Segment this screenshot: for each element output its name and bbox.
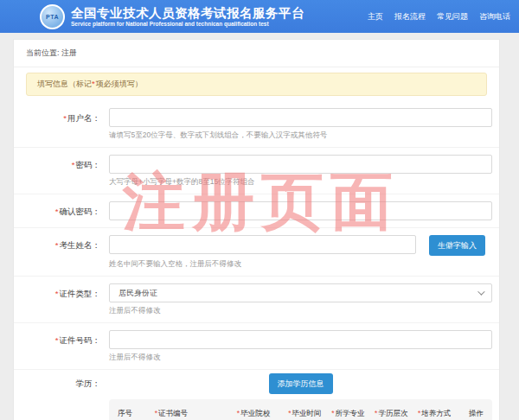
confirm-password-label-text: 确认密码： <box>60 207 101 216</box>
col-major: *所学专业 <box>331 409 375 419</box>
add-education-button[interactable]: 添加学历信息 <box>269 373 333 394</box>
id-type-label-text: 证件类型： <box>60 289 101 298</box>
page: PTA 全国专业技术人员资格考试报名服务平台 Service platform … <box>0 0 519 420</box>
id-type-label: *证件类型： <box>14 283 100 315</box>
col-operation-text: 操作 <box>469 409 484 417</box>
form-row-education: 学历： 添加学历信息 <box>14 370 499 399</box>
id-number-label-text: 证件号码： <box>60 335 101 345</box>
required-star: * <box>288 409 291 417</box>
notice-text-pre: 填写信息（标记 <box>37 80 92 88</box>
id-number-hint: 注册后不得修改 <box>109 353 492 362</box>
username-hint: 请填写5至20位字母、数字或下划线组合，不要输入汉字或其他符号 <box>109 130 492 140</box>
required-star: * <box>55 335 59 345</box>
chevron-down-icon <box>477 288 484 295</box>
header-bar: PTA 全国专业技术人员资格考试报名服务平台 Service platform … <box>0 0 519 33</box>
pta-logo-icon: PTA <box>40 4 65 29</box>
col-graduation-time-text: 毕业时间 <box>292 409 322 417</box>
nav-home[interactable]: 主页 <box>368 11 383 22</box>
candidate-name-label: *考生姓名： <box>14 235 100 269</box>
form-row-password: *密码： 大写字母+小写字母+数字的8至15位字符组合 <box>14 148 499 194</box>
required-star: * <box>375 409 377 417</box>
col-major-text: 所学专业 <box>335 409 364 417</box>
password-label: *密码： <box>14 155 100 187</box>
notice-text-post: 项必须填写） <box>96 80 143 88</box>
username-label-text: 用户名： <box>67 113 100 123</box>
password-hint: 大写字母+小写字母+数字的8至15位字符组合 <box>109 177 492 187</box>
password-input[interactable] <box>109 155 492 174</box>
col-training-mode: *培养方式 <box>418 409 461 419</box>
username-field-cell: 请填写5至20位字母、数字或下划线组合，不要输入汉字或其他符号 <box>109 108 492 140</box>
form-row-confirm-password: *确认密码： <box>14 194 499 228</box>
required-star: * <box>55 207 59 216</box>
education-table-wrap: 序号 *证书编号 *毕业院校 *毕业时间 *所学专业 *学历层次 *培养方式 操… <box>14 399 499 420</box>
notice-banner: 填写信息（标记*项必须填写） <box>26 73 487 96</box>
required-star: * <box>331 409 334 417</box>
form-row-id-type: *证件类型： 居民身份证 注册后不得修改 <box>14 277 499 323</box>
form-row-username: *用户名： 请填写5至20位字母、数字或下划线组合，不要输入汉字或其他符号 <box>14 101 499 148</box>
required-star: * <box>72 160 75 169</box>
required-star: * <box>155 409 157 417</box>
password-label-text: 密码： <box>76 160 101 169</box>
nav-registration-process[interactable]: 报名流程 <box>394 11 426 22</box>
col-graduation-school: *毕业院校 <box>237 409 288 419</box>
required-star: * <box>55 240 59 250</box>
site-title: 全国专业技术人员资格考试报名服务平台 <box>71 6 304 21</box>
id-type-field-cell: 居民身份证 注册后不得修改 <box>109 283 492 315</box>
id-type-hint: 注册后不得修改 <box>109 306 492 315</box>
registration-form: *用户名： 请填写5至20位字母、数字或下划线组合，不要输入汉字或其他符号 *密… <box>14 99 499 420</box>
title-block: 全国专业技术人员资格考试报名服务平台 Service platform for … <box>71 6 304 27</box>
education-table-header: 序号 *证书编号 *毕业院校 *毕业时间 *所学专业 *学历层次 *培养方式 操… <box>109 399 492 420</box>
required-star: * <box>63 113 67 123</box>
required-star: * <box>55 289 59 298</box>
nav-consult-phone[interactable]: 咨询电话 <box>479 11 510 22</box>
col-certificate-number-text: 证书编号 <box>158 409 188 417</box>
id-type-selected-value: 居民身份证 <box>119 288 157 299</box>
id-number-label: *证件号码： <box>14 330 100 362</box>
col-graduation-school-text: 毕业院校 <box>240 409 270 417</box>
breadcrumb: 当前位置: 注册 <box>14 40 499 67</box>
col-index-text: 序号 <box>118 409 132 417</box>
required-star: * <box>237 409 240 417</box>
password-field-cell: 大写字母+小写字母+数字的8至15位字符组合 <box>109 155 492 187</box>
top-nav: 主页 报名流程 常见问题 咨询电话 <box>368 11 510 22</box>
candidate-name-label-text: 考生姓名： <box>60 240 101 250</box>
id-type-select[interactable]: 居民身份证 <box>109 283 492 302</box>
username-input[interactable] <box>109 108 492 127</box>
required-star: * <box>92 79 95 88</box>
col-graduation-time: *毕业时间 <box>288 409 331 419</box>
education-field-cell: 添加学历信息 <box>109 373 492 394</box>
content-card: 当前位置: 注册 填写信息（标记*项必须填写） *用户名： 请填写5至20位字母… <box>13 39 500 420</box>
col-education-level-text: 学历层次 <box>378 409 407 417</box>
confirm-password-input[interactable] <box>109 201 492 220</box>
username-label: *用户名： <box>14 108 100 140</box>
rare-character-input-button[interactable]: 生僻字输入 <box>429 235 485 256</box>
nav-faq[interactable]: 常见问题 <box>437 11 468 22</box>
col-operation: 操作 <box>461 409 484 419</box>
site-subtitle: Service platform for National Profession… <box>71 21 304 27</box>
candidate-name-field-cell: 生僻字输入 姓名中间不要输入空格，注册后不得修改 <box>109 235 492 269</box>
form-row-id-number: *证件号码： 注册后不得修改 <box>14 323 499 370</box>
col-training-mode-text: 培养方式 <box>421 409 451 417</box>
required-star: * <box>418 409 420 417</box>
education-label: 学历： <box>14 373 100 394</box>
id-number-field-cell: 注册后不得修改 <box>109 330 492 362</box>
col-education-level: *学历层次 <box>375 409 418 419</box>
candidate-name-input[interactable] <box>109 235 416 254</box>
form-row-candidate-name: *考生姓名： 生僻字输入 姓名中间不要输入空格，注册后不得修改 <box>14 228 499 277</box>
id-number-input[interactable] <box>109 330 492 349</box>
confirm-password-field-cell <box>109 201 492 220</box>
logo-text: PTA <box>46 14 59 20</box>
candidate-name-line: 生僻字输入 <box>109 235 492 256</box>
col-index: 序号 <box>118 409 155 419</box>
confirm-password-label: *确认密码： <box>14 201 100 220</box>
col-certificate-number: *证书编号 <box>155 409 237 419</box>
candidate-name-hint: 姓名中间不要输入空格，注册后不得修改 <box>109 259 492 269</box>
